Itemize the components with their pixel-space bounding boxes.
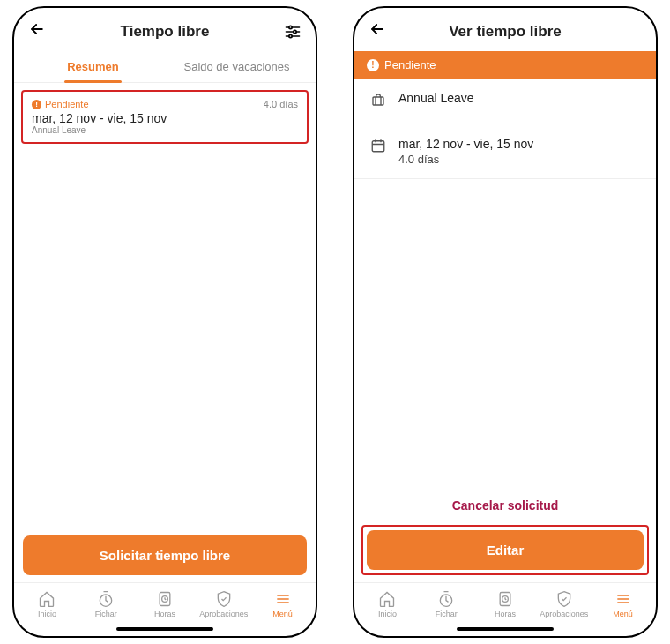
date-row: mar, 12 nov - vie, 15 nov 4.0 días [354,124,656,179]
menu-icon [274,590,292,608]
days-value: 4.0 días [398,153,533,166]
shield-check-icon [555,590,573,608]
home-icon [378,590,396,608]
menu-icon [614,590,632,608]
svg-point-5 [289,34,292,37]
nav-menu[interactable]: Menú [253,590,312,618]
back-icon[interactable] [368,20,386,42]
phone-right: Ver tiempo libre ! Pendiente Annual Leav… [353,6,658,638]
date-range: mar, 12 nov - vie, 15 nov [32,111,298,125]
home-indicator [457,627,554,631]
stopwatch-icon [437,590,455,608]
leave-request-card[interactable]: ! Pendiente 4.0 días mar, 12 nov - vie, … [21,90,309,144]
calendar-icon [370,137,386,157]
page-title: Tiempo libre [46,23,284,41]
primary-button-container: Editar [361,525,649,575]
nav-label: Aprobaciones [540,610,588,618]
shield-check-icon [215,590,233,608]
tab-balance[interactable]: Saldo de vacaciones [165,51,309,82]
stopwatch-icon [97,590,115,608]
leave-type-value: Annual Leave [398,91,474,105]
home-icon [38,590,56,608]
tabs: Resumen Saldo de vacaciones [14,51,316,83]
nav-label: Menú [272,610,293,618]
svg-rect-12 [373,97,383,105]
home-indicator [116,627,213,631]
status-text: Pendiente [384,58,436,71]
card-top-row: ! Pendiente 4.0 días [32,99,298,109]
nav-hours[interactable]: Horas [136,590,195,618]
timesheet-icon [156,590,174,608]
nav-hours[interactable]: Horas [476,590,535,618]
edit-button[interactable]: Editar [367,530,644,570]
header: Ver tiempo libre [354,8,656,51]
spacer [14,151,316,535]
timesheet-icon [496,590,514,608]
info-icon: ! [367,59,379,71]
svg-rect-13 [372,141,384,152]
nav-approvals[interactable]: Aprobaciones [534,590,593,618]
content: Annual Leave mar, 12 nov - vie, 15 nov 4… [354,79,656,582]
tab-summary[interactable]: Resumen [21,51,165,82]
days-count: 4.0 días [264,99,298,109]
cancel-request-button[interactable]: Cancelar solicitud [354,486,656,525]
content: ! Pendiente 4.0 días mar, 12 nov - vie, … [14,83,316,582]
date-range-value: mar, 12 nov - vie, 15 nov [398,137,533,151]
page-title: Ver tiempo libre [386,23,624,41]
nav-label: Inicio [38,610,56,618]
nav-label: Horas [154,610,175,618]
nav-clock[interactable]: Fichar [77,590,136,618]
spacer [354,179,656,486]
back-icon[interactable] [28,20,46,42]
status-banner: ! Pendiente [354,51,656,79]
bottom-nav: Inicio Fichar Horas Aprobaciones Menú [354,582,656,624]
nav-clock[interactable]: Fichar [417,590,476,618]
nav-approvals[interactable]: Aprobaciones [194,590,253,618]
filter-icon[interactable] [284,23,302,41]
nav-label: Fichar [436,610,458,618]
nav-label: Menú [613,610,633,618]
svg-point-1 [289,26,292,28]
bottom-nav: Inicio Fichar Horas Aprobaciones Menú [14,582,316,624]
nav-menu[interactable]: Menú [593,590,652,618]
nav-label: Fichar [95,610,117,618]
nav-home[interactable]: Inicio [358,590,417,618]
nav-label: Inicio [378,610,397,618]
header: Tiempo libre [14,8,316,51]
status-badge: ! Pendiente [32,99,89,109]
info-icon: ! [32,100,41,109]
nav-label: Horas [495,610,516,618]
phone-left: Tiempo libre Resumen Saldo de vacaciones… [12,6,317,638]
primary-button-container: Solicitar tiempo libre [14,535,316,582]
leave-type: Annual Leave [32,125,298,135]
nav-home[interactable]: Inicio [18,590,77,618]
svg-point-3 [294,30,296,33]
leave-type-row: Annual Leave [354,79,656,124]
status-text: Pendiente [45,99,89,109]
nav-label: Aprobaciones [199,610,248,618]
request-time-off-button[interactable]: Solicitar tiempo libre [23,535,307,575]
suitcase-icon [370,91,386,111]
